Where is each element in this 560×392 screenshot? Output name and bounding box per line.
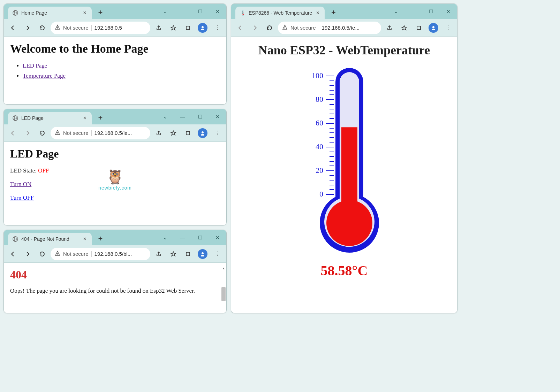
extensions-icon[interactable] xyxy=(413,22,425,34)
minimize-button[interactable]: — xyxy=(174,4,191,19)
tab-home[interactable]: Home Page × xyxy=(8,7,92,19)
address-bar[interactable]: Not secure 192.168.0.5/te... xyxy=(278,22,381,34)
back-button[interactable] xyxy=(7,127,19,139)
browser-window-temperature: 🌡️ ESP8266 - Web Temperature × + ⌄ — ☐ ✕… xyxy=(231,3,457,313)
star-icon[interactable] xyxy=(167,127,180,139)
link-turn-on[interactable]: Turn ON xyxy=(10,181,31,187)
toolbar: Not secure 192.168.0.5/bl... ⋮ xyxy=(4,245,226,263)
window-controls: ⌄ — ☐ ✕ xyxy=(157,230,226,245)
reload-button[interactable] xyxy=(36,22,48,34)
link-list: LED Page Temperature Page xyxy=(23,61,220,81)
close-button[interactable]: ✕ xyxy=(209,109,226,124)
extensions-icon[interactable] xyxy=(182,248,194,260)
menu-icon[interactable]: ⋮ xyxy=(442,22,454,34)
share-icon[interactable] xyxy=(152,22,165,34)
browser-window-led: LED Page × + ⌄ — ☐ ✕ Not secure 192.168.… xyxy=(3,109,227,225)
minimize-button[interactable]: — xyxy=(174,109,191,124)
share-icon[interactable] xyxy=(152,248,165,260)
watermark-text: newbiely.com xyxy=(98,185,132,190)
tab-close-icon[interactable]: × xyxy=(315,10,320,16)
chevron-down-icon[interactable]: ⌄ xyxy=(387,4,405,19)
new-tab-button[interactable]: + xyxy=(95,113,106,123)
share-icon[interactable] xyxy=(383,22,396,34)
profile-avatar[interactable] xyxy=(196,22,209,34)
forward-button[interactable] xyxy=(21,248,34,260)
svg-point-22 xyxy=(285,28,285,29)
tab-temperature[interactable]: 🌡️ ESP8266 - Web Temperature × xyxy=(235,7,325,19)
maximize-button[interactable]: ☐ xyxy=(191,109,209,124)
new-tab-button[interactable]: + xyxy=(95,233,106,244)
page-content-home: Welcome to the Home Page LED Page Temper… xyxy=(4,37,226,104)
back-button[interactable] xyxy=(7,248,19,260)
page-content-404: 404 Oops! The page you are looking for c… xyxy=(4,263,226,313)
tab-close-icon[interactable]: × xyxy=(82,10,88,16)
reload-button[interactable] xyxy=(36,248,48,260)
page-content-temperature: Nano ESP32 - WebTemperature 100806040200… xyxy=(231,37,457,313)
extensions-icon[interactable] xyxy=(182,22,194,34)
reload-button[interactable] xyxy=(263,22,276,34)
address-bar[interactable]: Not secure 192.168.0.5 xyxy=(51,22,150,34)
page-heading: Nano ESP32 - WebTemperature xyxy=(258,43,430,57)
link-temperature-page[interactable]: Temperature Page xyxy=(23,72,66,79)
close-button[interactable]: ✕ xyxy=(209,4,226,19)
page-heading: Welcome to the Home Page xyxy=(10,42,220,55)
address-bar[interactable]: Not secure 192.168.0.5/bl... xyxy=(51,248,150,260)
extensions-icon[interactable] xyxy=(182,127,194,139)
menu-icon[interactable]: ⋮ xyxy=(211,127,224,139)
maximize-button[interactable]: ☐ xyxy=(191,230,209,245)
led-state-label: LED State: xyxy=(10,167,38,174)
svg-point-20 xyxy=(202,252,204,254)
minimize-button[interactable]: — xyxy=(174,230,191,245)
url-text: 192.168.0.5 xyxy=(94,25,146,31)
forward-button[interactable] xyxy=(21,22,34,34)
led-state-value: OFF xyxy=(38,167,49,174)
minimize-button[interactable]: — xyxy=(405,4,422,19)
link-led-page[interactable]: LED Page xyxy=(23,62,47,69)
profile-avatar[interactable] xyxy=(196,127,209,139)
chevron-down-icon[interactable]: ⌄ xyxy=(157,109,174,124)
share-icon[interactable] xyxy=(152,127,165,139)
url-text: 192.168.0.5/te... xyxy=(322,25,377,31)
star-icon[interactable] xyxy=(398,22,410,34)
forward-button[interactable] xyxy=(249,22,261,34)
globe-icon xyxy=(12,236,18,242)
window-controls: ⌄ — ☐ ✕ xyxy=(387,4,457,19)
tab-404[interactable]: 404 - Page Not Found × xyxy=(8,233,92,245)
forward-button[interactable] xyxy=(21,127,34,139)
security-label: Not secure xyxy=(63,25,89,31)
tab-strip: 404 - Page Not Found × + ⌄ — ☐ ✕ xyxy=(4,230,226,245)
not-secure-icon xyxy=(282,24,288,31)
menu-icon[interactable]: ⋮ xyxy=(211,248,224,260)
address-bar[interactable]: Not secure 192.168.0.5/le... xyxy=(51,127,150,139)
tab-title: 404 - Page Not Found xyxy=(21,236,79,242)
scroll-up-icon[interactable]: ▴ xyxy=(221,266,226,270)
scrollbar[interactable]: ▴ xyxy=(221,266,226,309)
tab-led[interactable]: LED Page × xyxy=(8,112,92,124)
back-button[interactable] xyxy=(7,22,19,34)
close-button[interactable]: ✕ xyxy=(209,230,226,245)
favicon-icon: 🌡️ xyxy=(240,10,246,16)
window-controls: ⌄ — ☐ ✕ xyxy=(157,109,226,124)
maximize-button[interactable]: ☐ xyxy=(191,4,209,19)
star-icon[interactable] xyxy=(167,248,180,260)
menu-icon[interactable]: ⋮ xyxy=(211,22,224,34)
tab-close-icon[interactable]: × xyxy=(82,236,88,242)
divider xyxy=(91,130,92,136)
new-tab-button[interactable]: + xyxy=(328,7,339,18)
reload-button[interactable] xyxy=(36,127,48,139)
new-tab-button[interactable]: + xyxy=(95,7,106,18)
profile-avatar[interactable] xyxy=(196,248,209,260)
chevron-down-icon[interactable]: ⌄ xyxy=(157,4,174,19)
svg-point-6 xyxy=(202,26,204,28)
scrollbar-thumb[interactable] xyxy=(221,287,226,301)
star-icon[interactable] xyxy=(167,22,180,34)
back-button[interactable] xyxy=(234,22,247,34)
close-button[interactable]: ✕ xyxy=(440,4,457,19)
link-turn-off[interactable]: Turn OFF xyxy=(10,194,34,201)
owl-icon: 🦉 xyxy=(98,168,132,185)
profile-avatar[interactable] xyxy=(427,22,440,34)
tab-close-icon[interactable]: × xyxy=(82,115,88,121)
chevron-down-icon[interactable]: ⌄ xyxy=(157,230,174,245)
svg-point-26 xyxy=(326,200,372,246)
maximize-button[interactable]: ☐ xyxy=(422,4,440,19)
